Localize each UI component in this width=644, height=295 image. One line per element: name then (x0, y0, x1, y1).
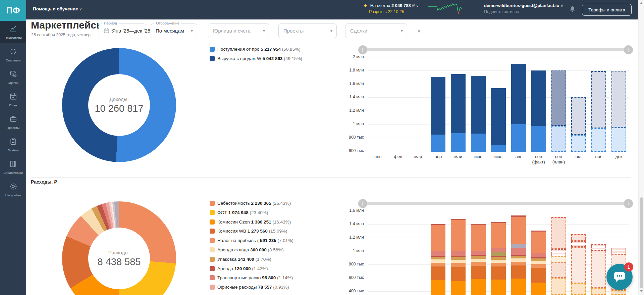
bar-segment-сен-(факт)[interactable] (531, 70, 546, 126)
legend-item[interactable]: Аренда 120 000 (1.42%) (210, 266, 268, 271)
filter-period[interactable]: ПериодЯнв ’25—дек ’25 (99, 23, 146, 38)
bar-segment-авг[interactable] (511, 262, 526, 265)
bar-segment-май[interactable] (451, 220, 466, 251)
help-menu[interactable]: Помощь и обучение ∨ (33, 6, 82, 11)
bar-segment-июл[interactable] (491, 145, 506, 152)
sidebar-item-nastroyki[interactable]: Настройки (0, 178, 26, 201)
bar-segment-апр[interactable] (431, 135, 445, 152)
bar-segment-дек[interactable] (611, 248, 626, 254)
bar-segment-май[interactable] (451, 133, 466, 152)
zoom-slider-handle-right[interactable]: ∥ (624, 199, 633, 208)
bar-segment-сен-(план)[interactable] (551, 70, 566, 126)
bar-segment-сен-(факт)[interactable] (531, 268, 546, 283)
bar-segment-ноя[interactable] (591, 244, 606, 251)
bar-segment-июн[interactable] (471, 266, 486, 279)
bar-segment-сен-(факт)[interactable] (531, 126, 546, 152)
income-donut-chart[interactable]: Доходы: 10 260 817 (62, 48, 176, 162)
bar-segment-июл[interactable] (491, 223, 506, 248)
bar-segment-июл[interactable] (491, 280, 506, 295)
tariff-button[interactable]: Тарифы и оплата (582, 4, 632, 16)
bar-segment-июн[interactable] (471, 279, 486, 295)
bar-segment-сен-(план)[interactable] (551, 256, 566, 262)
bar-segment-июл[interactable] (491, 257, 506, 260)
sidebar-item-proekty[interactable]: Проекты (0, 111, 26, 133)
bar-segment-ноя[interactable] (591, 128, 606, 152)
bar-segment-сен-(факт)[interactable] (531, 231, 546, 232)
legend-item[interactable]: Упаковка 143 400 (1.70%) (210, 257, 271, 262)
user-menu[interactable]: demo-wildberries-guest@planfact.io ∨ (484, 3, 563, 8)
bar-segment-окт[interactable] (571, 97, 586, 135)
bar-segment-дек[interactable] (611, 290, 626, 295)
bar-segment-июл[interactable] (491, 248, 506, 252)
bar-segment-май[interactable] (451, 74, 466, 133)
expenses-donut-chart[interactable]: Расходы: 8 438 585 (62, 201, 176, 295)
legend-item[interactable]: Себестоимость 2 230 365 (26.43%) (210, 201, 291, 206)
zoom-slider-track[interactable] (366, 202, 625, 205)
bar-segment-авг[interactable] (511, 124, 526, 152)
legend-item[interactable]: Комиссии Ozon 1 386 251 (16.43%) (210, 219, 291, 225)
bar-segment-май[interactable] (451, 257, 466, 260)
bar-segment-апр[interactable] (431, 224, 445, 225)
legend-item[interactable]: Аренда склада 300 000 (3.56%) (210, 247, 284, 252)
bar-segment-сен-(план)[interactable] (551, 126, 566, 152)
bar-segment-ноя[interactable] (591, 71, 606, 128)
legend-item[interactable]: ФОТ 1 974 948 (23.40%) (210, 210, 268, 215)
bar-segment-окт[interactable] (571, 135, 586, 152)
bar-segment-июл[interactable] (491, 222, 506, 223)
scroll-down-icon[interactable] (640, 290, 643, 292)
bar-segment-авг[interactable] (511, 217, 526, 244)
bar-segment-дек[interactable] (611, 71, 626, 128)
bar-segment-апр[interactable] (431, 266, 445, 280)
bar-segment-июн[interactable] (471, 134, 486, 152)
bar-segment-ноя[interactable] (591, 288, 606, 295)
bar-segment-окт[interactable] (571, 247, 586, 283)
bar-segment-авг[interactable] (511, 258, 526, 262)
chat-widget-button[interactable]: 1 (606, 264, 633, 290)
zoom-slider-handle-right[interactable]: ∥ (624, 45, 633, 54)
bar-segment-ноя[interactable] (591, 251, 606, 288)
zoom-slider-track[interactable] (366, 48, 625, 51)
bar-segment-июн[interactable] (471, 255, 486, 256)
bar-segment-июн[interactable] (471, 259, 486, 262)
bar-segment-авг[interactable] (511, 279, 526, 295)
sidebar-item-otchety[interactable]: Отчёты (0, 133, 26, 156)
bar-segment-июл[interactable] (491, 256, 506, 257)
bar-segment-авг[interactable] (511, 64, 526, 124)
bar-segment-май[interactable] (451, 281, 466, 295)
legend-item[interactable]: Поступления от про 5 217 954 (50.85%) (210, 47, 301, 52)
sidebar-item-plan[interactable]: План (0, 88, 26, 111)
bar-segment-май[interactable] (451, 251, 466, 256)
bar-segment-май[interactable] (451, 260, 466, 263)
legend-item[interactable]: Выручка с продаж W 5 042 863 (49.15%) (210, 56, 302, 61)
page-scrollbar[interactable] (638, 0, 644, 295)
legend-item[interactable]: Комиссия WB 1 273 560 (15.09%) (210, 229, 287, 234)
scrollbar-thumb[interactable] (640, 197, 643, 288)
bar-segment-сен-(план)[interactable] (551, 249, 566, 256)
legend-item[interactable]: Офисные расходы 78 557 (0.93%) (210, 285, 289, 290)
bar-segment-июл[interactable] (491, 252, 506, 256)
bar-segment-окт[interactable] (571, 241, 586, 247)
bar-segment-апр[interactable] (431, 251, 445, 256)
bar-segment-июл[interactable] (491, 88, 506, 145)
bar-segment-сен-(факт)[interactable] (531, 253, 546, 257)
bar-segment-июн[interactable] (471, 224, 486, 225)
bar-segment-авг[interactable] (511, 248, 526, 255)
bar-segment-апр[interactable] (431, 280, 445, 295)
bar-segment-окт[interactable] (571, 234, 586, 241)
clear-filters-icon[interactable]: ✕ (416, 29, 422, 35)
bar-segment-сен-(план)[interactable] (551, 217, 566, 249)
bar-segment-сен-(факт)[interactable] (531, 257, 546, 258)
bar-segment-июн[interactable] (471, 256, 486, 259)
filter-projects[interactable]: Проекты▾ (278, 23, 337, 38)
legend-item[interactable]: Транспортные расхо 95 800 (1.14%) (210, 275, 293, 280)
bar-segment-авг[interactable] (511, 244, 526, 248)
bar-segment-авг[interactable] (511, 215, 526, 217)
bar-segment-май[interactable] (451, 263, 466, 267)
bar-segment-май[interactable] (451, 219, 466, 220)
bar-segment-июл[interactable] (491, 266, 506, 280)
bar-segment-сен-(факт)[interactable] (531, 258, 546, 261)
bar-segment-май[interactable] (451, 256, 466, 257)
sidebar-item-sdelki[interactable]: Сделки (0, 66, 26, 88)
legend-item[interactable]: Налог на прибыль ( 591 235 (7.01%) (210, 238, 293, 243)
bar-segment-сен-(факт)[interactable] (531, 283, 546, 295)
